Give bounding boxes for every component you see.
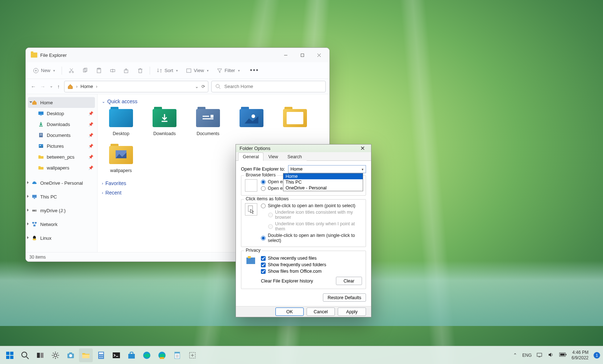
store-button[interactable] <box>125 348 138 362</box>
svg-point-30 <box>40 145 41 146</box>
file-explorer-button[interactable] <box>79 348 93 362</box>
close-button[interactable]: ✕ <box>357 145 367 152</box>
home-icon <box>32 100 37 105</box>
cancel-button[interactable]: Cancel <box>307 307 335 316</box>
item-desktop[interactable]: Desktop <box>105 108 137 136</box>
sort-button[interactable]: Sort▾ <box>153 66 182 76</box>
notepad-button[interactable] <box>170 348 184 362</box>
view-button[interactable]: View▾ <box>182 66 212 76</box>
tab-search[interactable]: Search <box>283 152 307 161</box>
maximize-button[interactable] <box>294 48 311 62</box>
new-label: New <box>41 68 50 73</box>
apply-button[interactable]: Apply <box>338 307 366 316</box>
refresh-button[interactable]: ⟳ <box>201 84 205 89</box>
camera-button[interactable] <box>64 348 78 362</box>
sidebar-item-thispc[interactable]: This PC <box>26 191 97 202</box>
folder-icon <box>38 165 44 171</box>
paste-button[interactable] <box>92 66 105 76</box>
item-label: Documents <box>196 131 219 136</box>
search-input[interactable] <box>224 84 322 89</box>
sidebar-item-linux[interactable]: Linux <box>26 233 97 243</box>
edge-canary-button[interactable] <box>155 348 169 362</box>
address-dropdown[interactable]: ⌄ <box>195 84 199 89</box>
sidebar-item-downloads[interactable]: Downloads📌 <box>26 119 97 130</box>
new-button[interactable]: New▾ <box>29 66 59 76</box>
chevron-right-icon: › <box>76 84 78 89</box>
section-quick-access[interactable]: ⌄ Quick access <box>102 99 325 104</box>
copy-button[interactable] <box>79 66 92 76</box>
toolbar: New▾ Sort▾ View▾ Filter▾ ••• <box>26 62 329 79</box>
svg-line-38 <box>33 223 34 225</box>
delete-button[interactable] <box>134 66 147 76</box>
sidebar-item-desktop[interactable]: Desktop📌 <box>26 108 97 119</box>
task-view-button[interactable] <box>33 348 47 362</box>
more-button[interactable]: ••• <box>244 64 265 76</box>
svg-rect-87 <box>175 352 180 353</box>
item-pictures-partial[interactable] <box>236 108 267 136</box>
dialog-tabs: General View Search <box>236 152 371 161</box>
option-onedrive[interactable]: OneDrive - Personal <box>283 185 363 191</box>
sidebar-item-mydrive[interactable]: myDrive (J:) <box>26 205 97 216</box>
clock[interactable]: 4:46 PM 6/9/2022 <box>571 350 589 361</box>
address-bar[interactable]: › Home › ⌄ ⟳ <box>64 81 208 92</box>
search-box[interactable] <box>211 81 326 92</box>
network-icon[interactable] <box>537 352 543 359</box>
close-button[interactable] <box>311 48 327 62</box>
dialog-titlebar[interactable]: Folder Options ✕ <box>236 145 371 152</box>
language-indicator[interactable]: ENG <box>522 353 532 358</box>
filter-button[interactable]: Filter▾ <box>213 66 244 76</box>
option-home[interactable]: Home <box>283 173 363 179</box>
sidebar-item-wallpapers[interactable]: wallpapers📌 <box>26 162 97 173</box>
cut-button[interactable] <box>65 66 78 76</box>
start-button[interactable] <box>3 348 17 362</box>
click-preview-icon <box>245 203 257 216</box>
sidebar-item-network[interactable]: Network <box>26 219 97 230</box>
forward-button[interactable]: → <box>40 84 45 89</box>
option-thispc[interactable]: This PC <box>283 179 363 185</box>
sidebar-item-documents[interactable]: Documents📌 <box>26 130 97 141</box>
back-button[interactable]: ← <box>31 84 36 89</box>
check-frequent-folders[interactable]: Show frequently used folders <box>261 262 362 267</box>
sidebar-item-between-pcs[interactable]: between_pcs📌 <box>26 151 97 162</box>
terminal-button[interactable] <box>109 348 123 362</box>
svg-rect-97 <box>566 354 566 355</box>
ok-button[interactable]: OK <box>275 307 304 316</box>
minimize-button[interactable] <box>277 48 294 62</box>
restore-defaults-button[interactable]: Restore Defaults <box>323 293 366 302</box>
chevron-right-icon: › <box>102 191 103 195</box>
recent-locations-button[interactable]: ⌄ <box>50 84 53 89</box>
titlebar[interactable]: File Explorer <box>26 48 329 62</box>
search-button[interactable] <box>18 348 32 362</box>
radio-single-click[interactable]: Single-click to open an item (point to s… <box>261 203 362 208</box>
tab-view[interactable]: View <box>263 152 283 161</box>
settings-button[interactable] <box>49 348 62 362</box>
svg-rect-82 <box>128 354 135 359</box>
clear-button[interactable]: Clear <box>336 277 362 285</box>
sidebar-item-pictures[interactable]: Pictures📌 <box>26 141 97 151</box>
volume-icon[interactable] <box>548 352 554 359</box>
item-documents[interactable]: Documents <box>192 108 224 136</box>
check-recent-files[interactable]: Show recently used files <box>261 256 362 261</box>
sidebar-item-home[interactable]: Home <box>28 97 95 108</box>
sidebar-label: Network <box>40 222 58 227</box>
tab-general[interactable]: General <box>238 152 263 161</box>
breadcrumb-home[interactable]: Home <box>80 84 93 89</box>
radio-double-click[interactable]: Double-click to open an item (single-cli… <box>261 233 362 243</box>
up-button[interactable]: ↑ <box>57 84 60 89</box>
rename-button[interactable] <box>106 66 119 76</box>
share-button[interactable] <box>120 66 133 76</box>
check-office-files[interactable]: Show files from Office.com <box>261 269 362 274</box>
edge-button[interactable] <box>140 348 154 362</box>
calculator-button[interactable] <box>94 348 108 362</box>
notification-badge[interactable]: 1 <box>594 352 600 359</box>
item-downloads[interactable]: Downloads <box>149 108 180 136</box>
battery-icon[interactable] <box>559 352 566 358</box>
snipping-button[interactable] <box>186 348 199 362</box>
item-between-pcs-partial[interactable] <box>279 108 311 136</box>
sidebar-item-onedrive[interactable]: OneDrive - Personal <box>26 177 97 188</box>
open-to-combo[interactable]: Home ▾ <box>288 165 366 173</box>
item-wallpapers[interactable]: wallpapers <box>105 145 137 173</box>
open-to-dropdown: Home This PC OneDrive - Personal <box>283 173 363 191</box>
combo-value: Home <box>291 167 303 172</box>
tray-chevron[interactable]: ⌃ <box>513 352 517 358</box>
